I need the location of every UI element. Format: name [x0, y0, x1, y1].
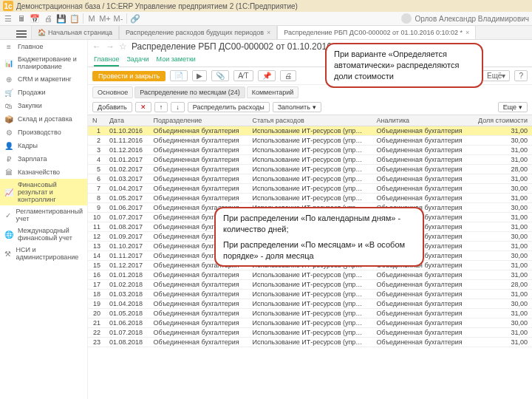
fill-button[interactable]: Заполнить ▾ [273, 102, 321, 112]
clipboard-icon[interactable]: 📋 [69, 13, 80, 24]
table-row[interactable]: 1501.12.2017Объединенная бухгалтерияИспо… [88, 261, 532, 270]
menu-icon[interactable]: ☰ [3, 13, 13, 24]
cell-share: 31,00 [471, 194, 532, 203]
attach-button[interactable]: 📎 [211, 70, 229, 81]
doc-subtabs: Главное Задачи Мои заметки [88, 53, 532, 67]
up-button[interactable]: ↑ [154, 102, 168, 112]
table-row[interactable]: 1301.10.2017Объединенная бухгалтерияИспо… [88, 242, 532, 251]
sidebar-item[interactable]: 🛒Продажи [0, 86, 87, 99]
tab-home[interactable]: 🏠 Начальная страница [31, 25, 119, 39]
grid-more-button[interactable]: Еще ▾ [498, 102, 528, 112]
sidebar-item[interactable]: 👤Кадры [0, 139, 87, 152]
forward-icon[interactable]: → [106, 41, 115, 52]
sidebar-item[interactable]: ₽Зарплата [0, 152, 87, 166]
cell-share: 30,00 [471, 203, 532, 213]
sectab-main[interactable]: Основное [92, 86, 133, 98]
table-row[interactable]: 2201.07.2018Объединенная бухгалтерияИспо… [88, 328, 532, 338]
grid[interactable]: N Дата Подразделение Статья расходов Ана… [88, 115, 532, 399]
sidebar-item-label: Казначейство [18, 168, 60, 176]
subtab-main[interactable]: Главное [94, 53, 119, 66]
table-row[interactable]: 1001.07.2017Объединенная бухгалтерияИспо… [88, 213, 532, 222]
sidebar-item[interactable]: ✓Регламентированный учет [0, 205, 87, 225]
col-n[interactable]: N [88, 115, 105, 126]
table-row[interactable]: 201.11.2016Объединенная бухгалтерияИспол… [88, 136, 532, 146]
table-row[interactable]: 101.10.2016Объединенная бухгалтерияИспол… [88, 126, 532, 136]
save-icon[interactable]: 💾 [56, 13, 66, 24]
table-row[interactable]: 1801.03.2018Объединенная бухгалтерияИспо… [88, 290, 532, 299]
cell-dept: Объединенная бухгалтерия [149, 328, 248, 338]
subtab-notes[interactable]: Мои заметки [157, 53, 196, 66]
col-analytics[interactable]: Аналитика [372, 115, 471, 126]
cell-dept: Объединенная бухгалтерия [149, 318, 248, 328]
post-button[interactable]: ▶ [192, 70, 207, 81]
back-icon[interactable]: ← [92, 41, 101, 52]
sidebar-item[interactable]: 🛍Закупки [0, 99, 87, 112]
cell-date: 01.07.2017 [105, 213, 149, 222]
table-row[interactable]: 1101.08.2017Объединенная бухгалтерияИспо… [88, 222, 532, 232]
m-button[interactable]: M [86, 13, 97, 24]
sidebar-item[interactable]: ⊕CRM и маркетинг [0, 72, 87, 86]
sectab-distribution[interactable]: Распределение по месяцам (24) [134, 86, 245, 98]
print-button[interactable]: 🖨 [280, 70, 296, 81]
cell-share: 30,00 [471, 318, 532, 328]
table-row[interactable]: 1201.09.2017Объединенная бухгалтерияИспо… [88, 232, 532, 242]
table-row[interactable]: 801.05.2017Объединенная бухгалтерияИспол… [88, 194, 532, 203]
table-row[interactable]: 1601.01.2018Объединенная бухгалтерияИспо… [88, 270, 532, 280]
m-plus-button[interactable]: M+ [100, 13, 110, 24]
table-row[interactable]: 301.12.2016Объединенная бухгалтерияИспол… [88, 146, 532, 155]
calendar-icon[interactable]: 📅 [30, 13, 40, 24]
sectab-comment[interactable]: Комментарий [247, 86, 299, 98]
cell-analytics: Объединенная бухгалтерия [372, 338, 471, 347]
table-row[interactable]: 501.02.2017Объединенная бухгалтерияИспол… [88, 165, 532, 174]
subtab-tasks[interactable]: Задачи [126, 53, 149, 66]
close-icon[interactable]: × [466, 29, 469, 36]
burger-icon[interactable] [16, 29, 27, 39]
sidebar-item[interactable]: 📦Склад и доставка [0, 112, 87, 126]
record-button[interactable]: 📄 [170, 70, 188, 81]
table-row[interactable]: 701.04.2017Объединенная бухгалтерияИспол… [88, 184, 532, 194]
sidebar-item[interactable]: 🌐Международный финансовый учет [0, 225, 87, 244]
down-button[interactable]: ↓ [171, 102, 185, 112]
star-icon[interactable]: ☆ [119, 41, 127, 52]
distribute-button[interactable]: Распределить расходы [188, 102, 270, 112]
del-button[interactable]: ✕ [135, 102, 151, 112]
help-button[interactable]: ? [514, 70, 528, 81]
cell-item: Использование ИТ-ресурсов (упр… [248, 290, 372, 299]
print-icon[interactable]: 🖨 [43, 13, 53, 24]
cell-share: 31,00 [471, 338, 532, 347]
sidebar-item[interactable]: ⚒НСИ и администрирование [0, 244, 87, 263]
sidebar-item[interactable]: ⚙Производство [0, 126, 87, 139]
table-row[interactable]: 401.01.2017Объединенная бухгалтерияИспол… [88, 155, 532, 165]
table-row[interactable]: 901.06.2017Объединенная бухгалтерияИспол… [88, 203, 532, 213]
cell-analytics: Объединенная бухгалтерия [372, 213, 471, 222]
link-icon[interactable]: 🔗 [130, 13, 140, 24]
more-button[interactable]: Ещё ▾ [482, 70, 510, 81]
table-row[interactable]: 601.03.2017Объединенная бухгалтерияИспол… [88, 174, 532, 184]
table-row[interactable]: 2001.05.2018Объединенная бухгалтерияИспо… [88, 309, 532, 318]
table-row[interactable]: 2301.08.2018Объединенная бухгалтерияИспо… [88, 338, 532, 347]
tab-distribution[interactable]: Распределение расходов будущих периодов× [119, 25, 277, 39]
close-icon[interactable]: × [267, 29, 270, 36]
table-row[interactable]: 2101.06.2018Объединенная бухгалтерияИспо… [88, 318, 532, 328]
m-minus-button[interactable]: M- [113, 13, 123, 24]
table-row[interactable]: 1401.11.2017Объединенная бухгалтерияИспо… [88, 251, 532, 261]
tab-document[interactable]: Распределение РБП ДС00-000002 от 01.10.2… [277, 25, 476, 39]
sidebar-item[interactable]: 📈Финансовый результат и контроллинг [0, 179, 87, 205]
user-block[interactable]: Орлов Александр Владимирович [401, 13, 529, 24]
save-and-close-button[interactable]: Провести и закрыть [92, 71, 166, 81]
sidebar-item[interactable]: 🏛Казначейство [0, 166, 87, 179]
cell-date: 01.12.2016 [105, 146, 149, 155]
sidebar-item[interactable]: ≡Главное [0, 40, 87, 53]
pin-button[interactable]: 📌 [258, 70, 276, 81]
table-row[interactable]: 1701.02.2018Объединенная бухгалтерияИспо… [88, 280, 532, 290]
table-row[interactable]: 1901.04.2018Объединенная бухгалтерияИспо… [88, 299, 532, 309]
col-dept[interactable]: Подразделение [149, 115, 248, 126]
cell-analytics: Объединенная бухгалтерия [372, 328, 471, 338]
calc-icon[interactable]: 🖩 [16, 13, 27, 24]
sidebar-item[interactable]: 📊Бюджетирование и планирование [0, 53, 87, 72]
report-button[interactable]: A⁄T [233, 70, 253, 81]
col-item[interactable]: Статья расходов [248, 115, 372, 126]
col-share[interactable]: Доля стоимости [471, 115, 532, 126]
add-button[interactable]: Добавить [92, 102, 132, 112]
col-date[interactable]: Дата [105, 115, 149, 126]
